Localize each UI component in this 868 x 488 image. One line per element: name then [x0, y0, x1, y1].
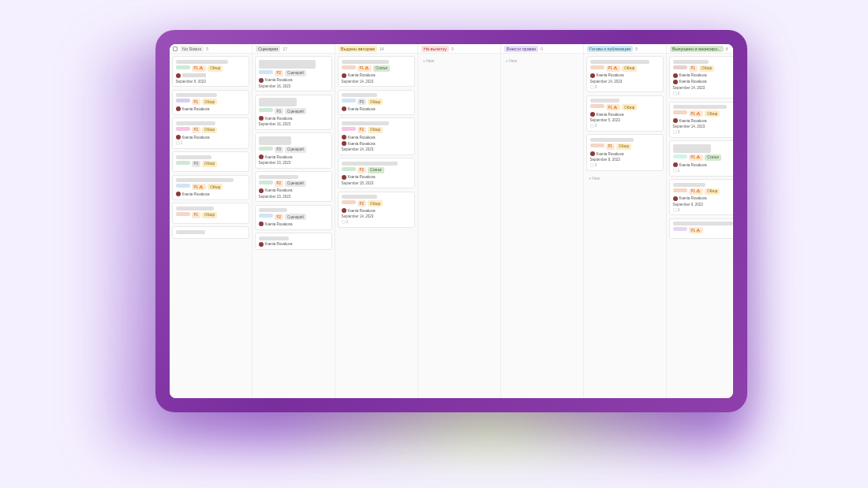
card-title-blurred: [259, 136, 292, 145]
tag: Обзор: [202, 212, 217, 218]
kanban-card[interactable]: P3СценарийKsenia RusakovaSeptember 16, 2…: [255, 95, 332, 130]
card-assignee: Ksenia Rusakova: [176, 135, 246, 140]
kanban-card[interactable]: P3Обзор: [172, 151, 249, 172]
card-title-blurred: [176, 230, 206, 234]
tag: Сценарий: [285, 214, 306, 220]
avatar-icon: [176, 73, 181, 78]
new-card-button[interactable]: + New: [586, 173, 664, 183]
tag: Обзор: [208, 184, 223, 190]
avatar-icon: [259, 155, 264, 159]
tag: Обзор: [208, 65, 223, 72]
kanban-card[interactable]: P2СтатьяKsenia RusakovaSeptember 18, 202…: [338, 158, 415, 188]
avatar-icon: [590, 112, 595, 117]
kanban-card[interactable]: P1Обзор: [172, 203, 249, 223]
tag: P1 🔥: [689, 155, 704, 161]
card-title-blurred: [342, 162, 398, 166]
card-assignee: Ksenia Rusakova: [342, 73, 412, 78]
kanban-card[interactable]: P1 🔥ОбзорKsenia RusakovaSeptember 5, 202…: [586, 95, 664, 132]
card-comments: ▢ 3: [673, 208, 734, 212]
tag: Обзор: [705, 110, 720, 117]
kanban-card[interactable]: P1 🔥ОбзорSeptember 9, 2023: [172, 56, 249, 87]
card-title-blurred: [673, 183, 705, 187]
card-comments: ▢ 2: [342, 220, 412, 224]
tag: P1: [192, 99, 201, 105]
kanban-card[interactable]: P1 🔥ОбзорKsenia Rusakova: [172, 175, 249, 200]
card-tags: P1Обзор: [590, 143, 660, 150]
tag: P3: [275, 108, 284, 114]
avatar-icon: [259, 116, 264, 121]
column-count: 5: [206, 47, 208, 51]
kanban-card[interactable]: P3ОбзорKsenia Rusakova: [338, 90, 415, 115]
kanban-card[interactable]: P1ОбзорKsenia RusakovaKsenia RusakovaSep…: [669, 56, 733, 99]
kanban-card[interactable]: P1 🔥ОбзорKsenia RusakovaSeptember 14, 20…: [586, 56, 664, 92]
tag: [673, 155, 687, 158]
column-header[interactable]: Выдано авторам14: [335, 44, 417, 54]
kanban-card[interactable]: P2СценарийKsenia RusakovaSeptember 16, 2…: [255, 56, 332, 91]
card-comments: ▢ 3: [590, 124, 660, 128]
tag: [176, 65, 190, 69]
card-title-blurred: [342, 121, 390, 125]
card-date: September 16, 2023: [259, 122, 329, 126]
card-comments: ▢ 3: [590, 163, 660, 167]
column-header[interactable]: На вычитку0: [418, 44, 500, 54]
assignee-name: Ksenia Rusakova: [265, 242, 293, 246]
tag: [342, 65, 356, 69]
card-tags: P1 🔥Обзор: [176, 65, 246, 72]
avatar-icon: [176, 192, 181, 196]
assignee-name: Ksenia Rusakova: [348, 136, 376, 140]
column-title: Внести правки: [504, 46, 538, 52]
avatar-icon: [259, 78, 264, 83]
kanban-card[interactable]: P2ОбзорKsenia RusakovaKsenia RusakovaSep…: [338, 117, 415, 155]
kanban-card[interactable]: P2СценарийKsenia RusakovaSeptember 23, 2…: [255, 171, 332, 202]
tag: Обзор: [368, 200, 383, 207]
avatar-icon: [673, 73, 678, 78]
kanban-card[interactable]: [172, 226, 249, 239]
kanban-card[interactable]: P2СценарийKsenia Rusakova: [255, 205, 332, 230]
card-date: September 9, 2023: [176, 80, 246, 84]
kanban-card[interactable]: P1 🔥: [669, 218, 733, 239]
card-tags: P2Обзор: [342, 127, 412, 133]
card-date: September 16, 2023: [259, 84, 329, 88]
tag: P2: [357, 200, 367, 207]
card-title-blurred: [259, 237, 289, 240]
column-header[interactable]: Внести правки0: [501, 44, 583, 54]
column-header[interactable]: No Status5: [170, 44, 252, 54]
column-header[interactable]: Выпущено и анонсиро...8: [667, 44, 733, 54]
card-tags: P3Обзор: [176, 161, 246, 167]
column-header[interactable]: Сценарии17: [253, 44, 335, 54]
kanban-column: Сценарии17P2СценарийKsenia RusakovaSepte…: [253, 44, 335, 398]
column-count: 8: [726, 47, 728, 51]
tag: [176, 161, 190, 165]
card-title-blurred: [590, 99, 619, 102]
kanban-card[interactable]: Ksenia Rusakova: [255, 233, 332, 250]
avatar-icon: [342, 106, 346, 111]
card-comments: ▢ 3: [673, 130, 734, 134]
card-assignee: Ksenia Rusakova: [342, 141, 412, 146]
new-card-button[interactable]: + New: [421, 56, 498, 65]
kanban-card[interactable]: P1ОбзорKsenia Rusakova: [172, 90, 249, 115]
kanban-card[interactable]: P3СценарийKsenia RusakovaSeptember 23, 2…: [255, 132, 332, 168]
avatar-icon: [342, 208, 346, 213]
kanban-card[interactable]: P1 🔥ОбзорKsenia RusakovaSeptember 14, 20…: [669, 102, 733, 138]
column-header[interactable]: Готово к публикации5: [584, 44, 666, 54]
assignee-name: Ksenia Rusakova: [265, 155, 293, 159]
kanban-card[interactable]: P2ОбзорKsenia Rusakova▢ 1: [172, 117, 249, 148]
tag: P3: [192, 161, 201, 167]
avatar-icon: [673, 80, 678, 84]
avatar-icon: [342, 73, 346, 78]
avatar-icon: [673, 162, 678, 167]
status-icon: [173, 47, 178, 51]
kanban-card[interactable]: P1 🔥ОбзорKsenia RusakovaSeptember 9, 202…: [669, 179, 733, 215]
card-tags: P1 🔥Статья: [342, 65, 412, 72]
avatar-icon: [590, 151, 595, 156]
card-title-blurred: [342, 93, 378, 97]
kanban-card[interactable]: P2ОбзорKsenia RusakovaSeptember 14, 2023…: [338, 192, 415, 228]
kanban-card[interactable]: P1 🔥СтатьяKsenia Rusakova▢ 1: [669, 140, 733, 176]
kanban-board: No Status5P1 🔥ОбзорSeptember 9, 2023P1Об…: [170, 44, 733, 398]
kanban-card[interactable]: P1 🔥СтатьяKsenia RusakovaSeptember 14, 2…: [338, 56, 415, 87]
assignee-name: Ksenia Rusakova: [348, 107, 376, 111]
tag: [590, 65, 604, 69]
kanban-card[interactable]: P1ОбзорKsenia RusakovaSeptember 8, 2023▢…: [586, 134, 664, 170]
new-card-button[interactable]: + New: [503, 56, 581, 65]
card-date: September 5, 2023: [590, 118, 660, 122]
